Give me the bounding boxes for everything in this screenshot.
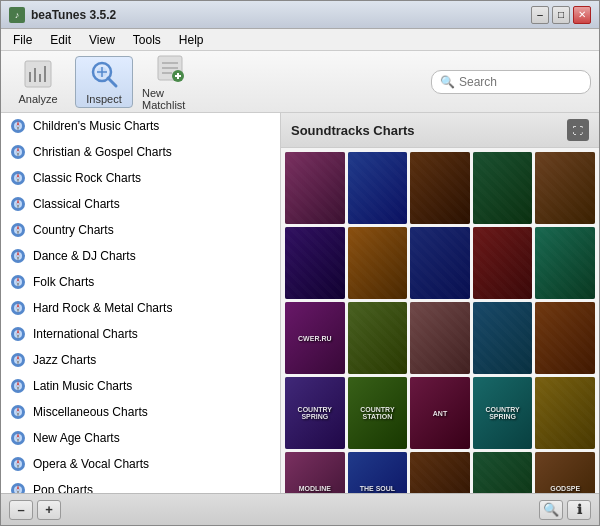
album-thumbnail[interactable]: COUNTRY SPRING xyxy=(473,377,533,449)
sidebar-item-folk[interactable]: Folk Charts xyxy=(1,269,280,295)
album-thumbnail[interactable] xyxy=(473,227,533,299)
sidebar-item-international[interactable]: International Charts xyxy=(1,321,280,347)
album-thumbnail[interactable] xyxy=(410,452,470,493)
window-title: beaTunes 3.5.2 xyxy=(31,8,531,22)
sidebar-item-label: Children's Music Charts xyxy=(33,119,159,133)
sidebar-item-label: Hard Rock & Metal Charts xyxy=(33,301,172,315)
window-controls: – □ ✕ xyxy=(531,6,591,24)
menu-file[interactable]: File xyxy=(5,31,40,49)
search-input[interactable] xyxy=(459,75,582,89)
album-thumbnail[interactable] xyxy=(473,302,533,374)
chart-icon xyxy=(9,273,27,291)
minimize-button[interactable]: – xyxy=(531,6,549,24)
sidebar-item-country[interactable]: Country Charts xyxy=(1,217,280,243)
chart-icon xyxy=(9,351,27,369)
sidebar-item-dance[interactable]: Dance & DJ Charts xyxy=(1,243,280,269)
chart-icon xyxy=(9,455,27,473)
fullscreen-button[interactable]: ⛶ xyxy=(567,119,589,141)
sidebar-item-misc[interactable]: Miscellaneous Charts xyxy=(1,399,280,425)
album-thumbnail[interactable] xyxy=(285,227,345,299)
sidebar-item-childrens[interactable]: Children's Music Charts xyxy=(1,113,280,139)
sidebar-item-label: Opera & Vocal Charts xyxy=(33,457,149,471)
search-bottom-button[interactable]: 🔍 xyxy=(539,500,563,520)
album-thumbnail[interactable] xyxy=(535,377,595,449)
sidebar-item-classic-rock[interactable]: Classic Rock Charts xyxy=(1,165,280,191)
album-thumbnail[interactable] xyxy=(535,152,595,224)
sidebar-item-hard-rock[interactable]: Hard Rock & Metal Charts xyxy=(1,295,280,321)
chart-icon xyxy=(9,299,27,317)
sidebar-item-label: Pop Charts xyxy=(33,483,93,493)
album-row xyxy=(285,227,595,299)
info-button[interactable]: ℹ xyxy=(567,500,591,520)
chart-icon xyxy=(9,117,27,135)
inspect-label: Inspect xyxy=(86,93,121,105)
remove-button[interactable]: – xyxy=(9,500,33,520)
sidebar-item-classical[interactable]: Classical Charts xyxy=(1,191,280,217)
analyze-icon xyxy=(22,58,54,90)
inspect-icon xyxy=(88,58,120,90)
sidebar-item-new-age[interactable]: New Age Charts xyxy=(1,425,280,451)
bottom-bar: – + 🔍 ℹ xyxy=(1,493,599,525)
sidebar-item-opera[interactable]: Opera & Vocal Charts xyxy=(1,451,280,477)
sidebar: Children's Music ChartsChristian & Gospe… xyxy=(1,113,281,493)
album-thumbnail[interactable] xyxy=(473,152,533,224)
sidebar-list: Children's Music ChartsChristian & Gospe… xyxy=(1,113,280,493)
sidebar-item-label: Classic Rock Charts xyxy=(33,171,141,185)
chart-icon xyxy=(9,169,27,187)
toolbar: Analyze Inspect xyxy=(1,51,599,113)
album-thumbnail[interactable] xyxy=(535,302,595,374)
sidebar-item-label: Jazz Charts xyxy=(33,353,96,367)
album-row: COUNTRY SPRINGCOUNTRY STATIONANTCOUNTRY … xyxy=(285,377,595,449)
sidebar-item-jazz[interactable]: Jazz Charts xyxy=(1,347,280,373)
sidebar-item-label: Classical Charts xyxy=(33,197,120,211)
svg-rect-0 xyxy=(25,61,51,87)
add-button[interactable]: + xyxy=(37,500,61,520)
album-thumbnail[interactable] xyxy=(410,227,470,299)
album-thumbnail[interactable] xyxy=(473,452,533,493)
bottom-right-controls: 🔍 ℹ xyxy=(539,500,591,520)
svg-line-6 xyxy=(108,78,116,86)
menu-tools[interactable]: Tools xyxy=(125,31,169,49)
album-thumbnail[interactable]: MODLINE xyxy=(285,452,345,493)
sidebar-item-label: Miscellaneous Charts xyxy=(33,405,148,419)
sidebar-item-pop[interactable]: Pop Charts xyxy=(1,477,280,493)
album-thumbnail[interactable]: COUNTRY SPRING xyxy=(285,377,345,449)
content-title: Soundtracks Charts xyxy=(291,123,415,138)
album-thumbnail[interactable] xyxy=(535,227,595,299)
album-thumbnail[interactable]: COUNTRY STATION xyxy=(348,377,408,449)
sidebar-item-latin[interactable]: Latin Music Charts xyxy=(1,373,280,399)
album-thumbnail[interactable] xyxy=(410,302,470,374)
album-thumbnail[interactable]: THE SOUL xyxy=(348,452,408,493)
album-thumbnail[interactable]: ANT xyxy=(410,377,470,449)
menu-help[interactable]: Help xyxy=(171,31,212,49)
album-thumbnail[interactable] xyxy=(285,152,345,224)
content-area: Soundtracks Charts ⛶ CWER.RUCOUNTRY SPRI… xyxy=(281,113,599,493)
search-bar[interactable]: 🔍 xyxy=(431,70,591,94)
content-header: Soundtracks Charts ⛶ xyxy=(281,113,599,148)
album-thumbnail[interactable] xyxy=(410,152,470,224)
chart-icon xyxy=(9,247,27,265)
album-thumbnail[interactable]: CWER.RU xyxy=(285,302,345,374)
title-bar: ♪ beaTunes 3.5.2 – □ ✕ xyxy=(1,1,599,29)
chart-icon xyxy=(9,221,27,239)
analyze-button[interactable]: Analyze xyxy=(9,56,67,108)
album-thumbnail[interactable]: GODSPE xyxy=(535,452,595,493)
album-thumbnail[interactable] xyxy=(348,152,408,224)
menu-bar: File Edit View Tools Help xyxy=(1,29,599,51)
menu-view[interactable]: View xyxy=(81,31,123,49)
sidebar-item-christian[interactable]: Christian & Gospel Charts xyxy=(1,139,280,165)
chart-icon xyxy=(9,403,27,421)
album-thumbnail[interactable] xyxy=(348,227,408,299)
app-icon: ♪ xyxy=(9,7,25,23)
sidebar-item-label: Country Charts xyxy=(33,223,114,237)
new-matchlist-button[interactable]: New Matchlist xyxy=(141,56,199,108)
chart-icon xyxy=(9,325,27,343)
sidebar-item-label: Christian & Gospel Charts xyxy=(33,145,172,159)
new-matchlist-label: New Matchlist xyxy=(142,87,198,111)
close-button[interactable]: ✕ xyxy=(573,6,591,24)
album-thumbnail[interactable] xyxy=(348,302,408,374)
maximize-button[interactable]: □ xyxy=(552,6,570,24)
menu-edit[interactable]: Edit xyxy=(42,31,79,49)
inspect-button[interactable]: Inspect xyxy=(75,56,133,108)
sidebar-item-label: Dance & DJ Charts xyxy=(33,249,136,263)
